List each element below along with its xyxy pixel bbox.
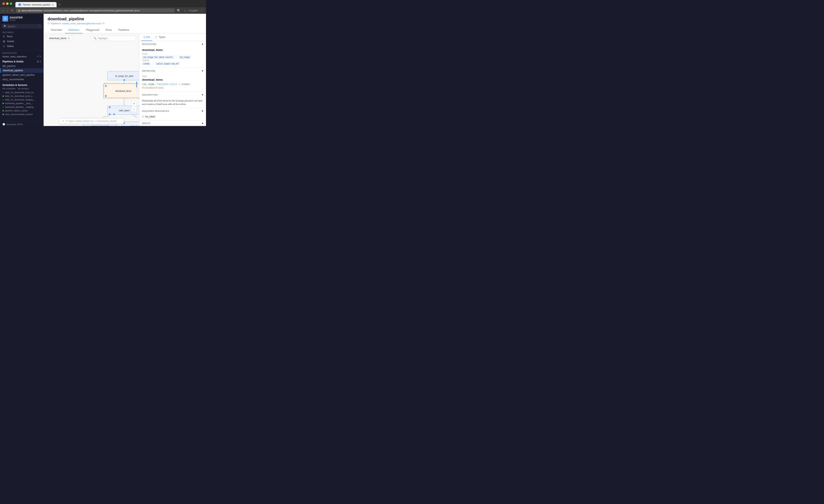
sig-param-name: id_range [143, 83, 154, 86]
definition-body: Solid download_items (id_range: Tuple[In… [139, 74, 206, 92]
input-mapping: id_range_for_date:result → id_range [142, 56, 203, 59]
definition-header[interactable]: DEFINITION ▾ [139, 68, 206, 74]
mapping-arrow: → [175, 56, 178, 58]
menu-button[interactable]: ⋮ [200, 8, 204, 13]
all-schedules-link[interactable]: All schedules [2, 87, 16, 90]
active-browser-tab[interactable]: Pipeline: download_pipeline × [15, 2, 57, 7]
schedule-label-1: daily_hn_download_prod_s... [5, 95, 34, 97]
close-window-button[interactable] [2, 2, 5, 5]
tab-definition[interactable]: Definition [65, 27, 83, 33]
schedule-item-2[interactable]: daily_hn_download_staging_... [0, 98, 43, 102]
rp-tab-types[interactable]: 📄 Types [152, 34, 168, 41]
output-from-tag[interactable]: items [142, 62, 150, 65]
repository-label: REPOSITORY [2, 52, 41, 54]
refresh-button[interactable]: ↻ [10, 8, 14, 13]
tab-runs[interactable]: Runs [102, 27, 115, 33]
address-bar[interactable]: 🔒 demo.elementl.show /workspace/hacker_n… [16, 8, 175, 13]
sig-type-tuple[interactable]: Tuple[Int,Int] [157, 83, 176, 86]
schedules-title: Schedules & Sensors [2, 84, 41, 87]
inputs-section: INPUTS ▾ id_range Tuple[Int,Int] [139, 120, 206, 126]
zoom-in-button[interactable]: + [131, 101, 137, 106]
rp-info-label: Info [146, 36, 150, 38]
definition-section: DEFINITION ▾ Solid download_items (id_ra… [139, 68, 206, 92]
main-header: download_pipeline ⬡ Pipeline in hacker_n… [43, 14, 206, 34]
input-from-tag[interactable]: id_range_for_date:result [142, 56, 174, 59]
bookmark-button[interactable]: ☆ [183, 8, 187, 13]
sidebar-search[interactable]: 🔍 Search... / [2, 24, 42, 28]
address-path: /workspace/hacker_news_repository@hacker… [43, 9, 140, 12]
output-to-tag[interactable]: split_types:raw_df [155, 62, 180, 65]
schedule-item-1[interactable]: daily_hn_download_prod_s... [0, 94, 43, 98]
invocation-section-title: INVOCATION [142, 43, 156, 45]
graph-search-bar[interactable]: ✦ ✦ Type a Solid Subset (ex: ++download_… [59, 118, 124, 124]
sidebar-item-assets[interactable]: ▦ Assets [0, 39, 43, 44]
search-browser-button[interactable]: 🔍 [176, 8, 181, 13]
runs-icon: ⚙ [2, 35, 5, 38]
sidebar-item-runs[interactable]: ⚙ Runs [0, 34, 43, 39]
sidebar-item-story-recommender[interactable]: story_recommender [0, 77, 43, 82]
new-tab-button[interactable]: + [57, 2, 63, 7]
inputs-header[interactable]: INPUTS ▾ [139, 120, 206, 126]
profile-button[interactable]: Incognito [189, 9, 198, 12]
schedule-item-0[interactable]: daily_hn_download_local_sc... [0, 91, 43, 94]
schedule-links-row: All schedules · All sensors [0, 87, 43, 91]
schedules-header: Schedules & Sensors [0, 83, 43, 87]
pipeline-grid-icon[interactable]: ≡ [40, 60, 41, 63]
rp-tab-info[interactable]: ℹ Info [141, 34, 152, 41]
definition-collapse-icon: ▾ [202, 70, 203, 72]
inputs-label: Inputs [142, 53, 203, 55]
description-collapse-icon: ▾ [202, 93, 203, 96]
svg-text:upload_comments: upload_comments [91, 125, 109, 126]
sidebar-item-status[interactable]: ◎ Status [0, 44, 43, 48]
right-panel-tabs: ℹ Info 📄 Types [139, 34, 206, 41]
required-resources-header[interactable]: REQUIRED RESOURCES ▾ [139, 108, 206, 114]
pipeline-graph[interactable]: id_range_for_date download_items [43, 43, 139, 126]
search-icon: 🔍 [4, 25, 6, 27]
sidebar-runs-label: Runs [7, 35, 13, 38]
sidebar-footer: 🕐 Automatic (PDT) [0, 121, 43, 126]
graph-area[interactable]: download_items ⇅ 🔍 Highlight... [43, 34, 139, 126]
node-download-items[interactable]: download_items [104, 84, 139, 98]
invocation-header[interactable]: INVOCATION ▾ [139, 41, 206, 47]
zoom-out-button[interactable]: − [131, 107, 137, 112]
pipeline-layout-icon[interactable]: ⊞ [37, 60, 39, 63]
required-resources-section-title: REQUIRED RESOURCES [142, 110, 169, 112]
sidebar-item-download-pipeline[interactable]: download_pipeline [0, 68, 43, 73]
sidebar-item-dbt-pipeline[interactable]: dbt_pipeline [0, 64, 43, 68]
highlight-input[interactable]: 🔍 Highlight... [91, 36, 136, 41]
meta-refresh-icon[interactable]: ↻ [103, 22, 105, 25]
rp-types-label: Types [159, 36, 165, 38]
schedule-item-3[interactable]: download_pipeline__prod_... [0, 102, 43, 105]
description-header[interactable]: DESCRIPTION ▾ [139, 92, 206, 98]
input-to-tag[interactable]: id_range [179, 56, 191, 59]
repository-refresh-icon[interactable]: ↻ [39, 55, 41, 58]
schedules-section: Schedules & Sensors All schedules · All … [0, 83, 43, 116]
status-icon: ◎ [2, 45, 5, 47]
sig-type-dataframe[interactable]: PandasDataFrame [142, 87, 162, 89]
svg-text:download_items: download_items [115, 90, 131, 92]
back-button[interactable]: ‹ [2, 8, 5, 13]
meta-repo-link[interactable]: hacker_news_repository@hacker-news [63, 22, 102, 25]
tab-playground[interactable]: Playground [83, 27, 102, 33]
maximize-window-button[interactable] [10, 2, 12, 5]
node-id-range-for-date[interactable]: id_range_for_date [107, 71, 139, 81]
schedule-item-5[interactable]: pipeline_failure_sensor [0, 109, 43, 112]
tab-favicon [18, 3, 21, 6]
all-sensors-link[interactable]: All sensors [18, 87, 29, 90]
sidebar-item-pipeline-failure[interactable]: pipeline_failure_alert_pipeline [0, 73, 43, 77]
forward-button[interactable]: › [6, 8, 9, 13]
solid-select[interactable]: download_items ⇅ [47, 36, 72, 41]
minimize-window-button[interactable] [6, 2, 8, 5]
tab-close-button[interactable]: × [52, 3, 54, 6]
zoom-controls: + − [131, 101, 137, 112]
schedule-item-4[interactable]: download_pipeline__staging... [0, 105, 43, 109]
node-upload-stories[interactable]: upload_stories [122, 122, 139, 126]
schedule-item-6[interactable]: story_recommender_sensor [0, 112, 43, 116]
search-placeholder: Search... [8, 25, 17, 27]
description-body: Downloads all of the items for the id ra… [139, 98, 206, 108]
address-domain: demo.elementl.show [22, 9, 42, 12]
repository-section: REPOSITORY hacker_news_repository ▾ ↻ [0, 51, 43, 58]
meta-prefix: Pipeline in [51, 22, 61, 25]
tab-overview[interactable]: Overview [47, 27, 65, 33]
tab-partitions[interactable]: Partitions [115, 27, 133, 33]
